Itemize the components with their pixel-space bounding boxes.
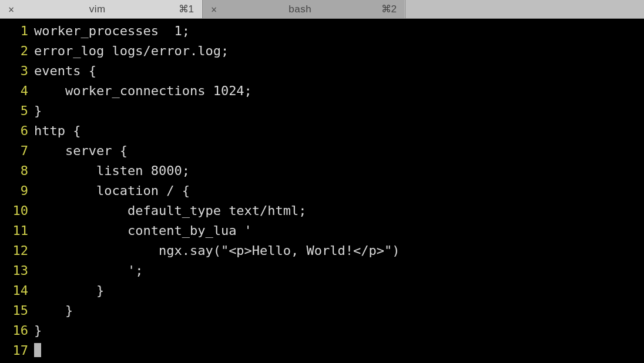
line-number: 12 [0,241,34,261]
code-text: location / { [34,181,190,201]
tab-shortcut: ⌘1 [179,3,194,15]
line-number: 6 [0,121,34,141]
line-number: 1 [0,21,34,41]
line-number: 7 [0,141,34,161]
editor-line[interactable]: 5} [0,101,644,121]
line-number: 3 [0,61,34,81]
line-number: 17 [0,341,34,361]
code-text: http { [34,121,80,141]
editor-line[interactable]: 11 content_by_lua ' [0,221,644,241]
line-number: 10 [0,201,34,221]
editor-line[interactable]: 1worker_processes 1; [0,21,644,41]
editor-line[interactable]: 10 default_type text/html; [0,201,644,221]
line-number: 14 [0,281,34,301]
line-number: 9 [0,181,34,201]
close-icon[interactable]: × [6,4,16,15]
line-number: 8 [0,161,34,181]
editor-line[interactable]: 9 location / { [0,181,644,201]
code-text: } [34,101,42,121]
code-text: listen 8000; [34,161,190,181]
code-text: } [34,321,42,341]
editor-line[interactable]: 14 } [0,281,644,301]
code-text: default_type text/html; [34,201,307,221]
editor-line[interactable]: 4 worker_connections 1024; [0,81,644,101]
line-number: 4 [0,81,34,101]
code-text: events { [34,61,96,81]
tab-bar: × vim ⌘1 × bash ⌘2 [0,0,644,19]
code-text: } [34,281,104,301]
close-icon[interactable]: × [209,4,219,15]
cursor [34,343,41,357]
code-text: ngx.say("<p>Hello, World!</p>") [34,241,400,261]
editor-line[interactable]: 6http { [0,121,644,141]
line-number: 2 [0,41,34,61]
editor-line[interactable]: 12 ngx.say("<p>Hello, World!</p>") [0,241,644,261]
code-text: error_log logs/error.log; [34,41,229,61]
editor-line[interactable]: 2error_log logs/error.log; [0,41,644,61]
editor-line[interactable]: 16} [0,321,644,341]
editor-line[interactable]: 13 '; [0,261,644,281]
editor-line[interactable]: 17 [0,341,644,361]
editor[interactable]: 1worker_processes 1;2error_log logs/erro… [0,19,644,361]
line-number: 15 [0,301,34,321]
tab-title: vim [89,4,106,15]
tab-bar-filler [405,0,644,18]
editor-line[interactable]: 15 } [0,301,644,321]
code-text: content_by_lua ' [34,221,252,241]
line-number: 5 [0,101,34,121]
code-text: server { [34,141,128,161]
editor-line[interactable]: 7 server { [0,141,644,161]
code-text: worker_connections 1024; [34,81,252,101]
tab-title: bash [289,4,311,15]
tab-bash[interactable]: × bash ⌘2 [203,0,405,18]
line-number: 11 [0,221,34,241]
line-number: 13 [0,261,34,281]
line-number: 16 [0,321,34,341]
editor-line[interactable]: 3events { [0,61,644,81]
editor-line[interactable]: 8 listen 8000; [0,161,644,181]
tab-vim[interactable]: × vim ⌘1 [0,0,203,18]
code-text: worker_processes 1; [34,21,190,41]
tab-shortcut: ⌘2 [381,3,397,15]
code-text: '; [34,261,143,281]
code-text: } [34,301,73,321]
